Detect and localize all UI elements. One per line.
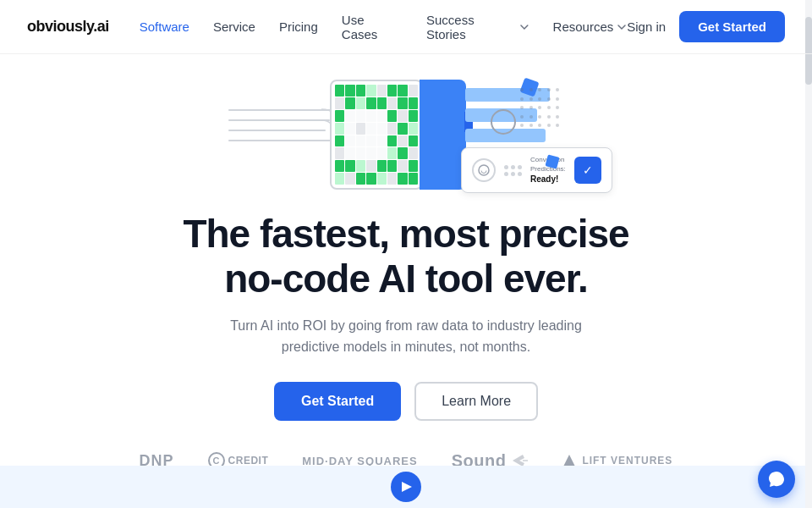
hero-illustration: Conversion Predictions: Ready! ✓ <box>203 63 609 198</box>
line-3 <box>228 130 326 131</box>
hero-learn-more-button[interactable]: Learn More <box>414 382 538 421</box>
hero-subtext: Turn AI into ROI by going from raw data … <box>228 315 584 358</box>
play-icon <box>402 482 412 492</box>
chevron-down-icon <box>617 22 627 32</box>
decoration-lines <box>228 109 338 141</box>
nav-links: Software Service Pricing Use Cases Succe… <box>140 13 628 41</box>
nav-item-service[interactable]: Service <box>213 19 255 34</box>
chat-button[interactable] <box>758 461 795 498</box>
nav-get-started-button[interactable]: Get Started <box>679 11 785 42</box>
bottom-band <box>0 466 812 508</box>
play-button[interactable] <box>391 472 421 502</box>
hero-heading: The fastest, most precise no-code AI too… <box>183 212 628 301</box>
nav-item-resources[interactable]: Resources <box>553 19 628 34</box>
pred-circle <box>472 158 496 182</box>
blue-connector <box>420 80 466 190</box>
hero-section: Conversion Predictions: Ready! ✓ The fas… <box>0 54 812 471</box>
logo[interactable]: obviously.ai <box>27 18 109 36</box>
pred-check-icon: ✓ <box>574 157 601 184</box>
decoration-dot-grid <box>520 88 562 130</box>
hero-get-started-button[interactable]: Get Started <box>274 382 401 421</box>
chat-icon <box>767 470 786 489</box>
decoration-circle <box>491 109 516 135</box>
pred-dots <box>504 165 522 176</box>
navigation: obviously.ai Software Service Pricing Us… <box>0 0 812 54</box>
line-2 <box>228 119 330 121</box>
data-grid <box>330 80 423 190</box>
prediction-card: Conversion Predictions: Ready! ✓ <box>461 147 612 193</box>
nav-item-use-cases[interactable]: Use Cases <box>342 13 403 41</box>
nav-item-pricing[interactable]: Pricing <box>279 19 318 34</box>
sign-in-button[interactable]: Sign in <box>627 19 666 34</box>
nav-item-success-stories[interactable]: Success Stories <box>426 13 529 41</box>
cta-buttons: Get Started Learn More <box>274 382 538 421</box>
scrollbar[interactable] <box>805 0 812 508</box>
line-4 <box>228 140 334 141</box>
svg-point-0 <box>479 165 489 175</box>
nav-actions: Sign in Get Started <box>627 11 785 42</box>
chevron-down-icon <box>519 22 529 32</box>
nav-item-software[interactable]: Software <box>140 19 189 34</box>
